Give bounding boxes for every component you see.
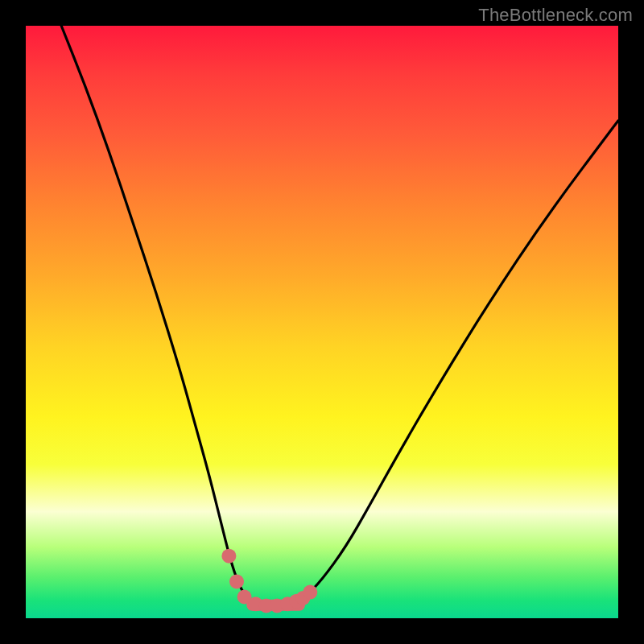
plot-area: [26, 26, 618, 618]
optimal-markers: [221, 549, 317, 613]
curve-svg: [26, 26, 618, 618]
optimal-marker: [303, 585, 317, 600]
optimal-marker: [221, 549, 236, 564]
bottleneck-curve: [61, 26, 618, 606]
chart-frame: TheBottleneck.com: [0, 0, 644, 644]
optimal-marker: [229, 574, 244, 588]
watermark-text: TheBottleneck.com: [478, 5, 633, 26]
